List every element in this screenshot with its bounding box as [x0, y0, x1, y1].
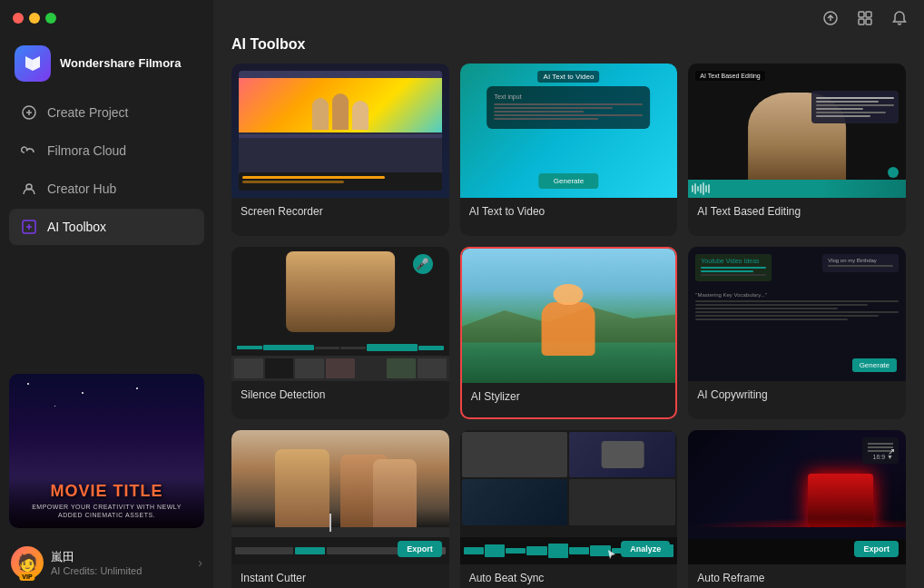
tool-card-ai-text-based-editing[interactable]: AI Text Based Editing: [688, 64, 906, 236]
tool-label-ai-text-to-video: AI Text to Video: [460, 198, 678, 225]
tools-grid: Screen Recorder AI Text to Video Text in…: [213, 64, 924, 588]
tool-thumb-instant-cutter: Export: [231, 430, 449, 564]
nav-menu: Create Project Filmora Cloud Creator Hub: [0, 94, 213, 245]
svg-rect-5: [866, 12, 871, 17]
sidebar-item-create-project[interactable]: Create Project: [9, 94, 204, 131]
tool-label-auto-beat-sync: Auto Beat Sync: [460, 564, 678, 588]
maximize-button[interactable]: [45, 13, 56, 24]
svg-rect-7: [866, 19, 871, 24]
app-logo-icon: [15, 45, 51, 82]
user-credits: AI Credits: Unlimited: [51, 565, 191, 576]
tool-thumb-auto-reframe: Auto Reframe 16:9 ▼ ↗: [688, 430, 906, 564]
tool-card-ai-text-to-video[interactable]: AI Text to Video Text input Generate AI …: [460, 64, 678, 236]
tool-thumb-ai-copywriting: Youtube Video Ideas Vlog on my Birthday …: [688, 247, 906, 381]
tool-card-silence-detection[interactable]: 🎤: [231, 247, 449, 419]
close-button[interactable]: [13, 13, 24, 24]
app-name: Wondershare Filmora: [60, 56, 181, 72]
tool-label-ai-copywriting: AI Copywriting: [688, 381, 906, 408]
sidebar: Wondershare Filmora Create Project Filmo…: [0, 0, 213, 588]
sidebar-item-ai-toolbox[interactable]: AI Toolbox: [9, 209, 204, 245]
app-logo: Wondershare Filmora: [0, 36, 213, 94]
tool-label-screen-recorder: Screen Recorder: [231, 198, 449, 225]
ai-toolbox-icon: [20, 218, 38, 236]
ai-toolbox-label: AI Toolbox: [47, 220, 106, 234]
analyze-button[interactable]: Analyze: [621, 541, 670, 557]
tool-thumb-ai-text-based-editing: AI Text Based Editing: [688, 64, 906, 198]
minimize-button[interactable]: [29, 13, 40, 24]
chevron-right-icon: ›: [198, 555, 202, 570]
tool-thumb-ai-text-to-video: AI Text to Video Text input Generate: [460, 64, 678, 198]
auto-reframe-export-button[interactable]: Export: [854, 541, 899, 557]
sidebar-item-filmora-cloud[interactable]: Filmora Cloud: [9, 132, 204, 169]
page-title: AI Toolbox: [213, 36, 924, 64]
tool-label-silence-detection: Silence Detection: [231, 381, 449, 408]
tool-card-ai-stylizer[interactable]: AI Stylizer: [460, 247, 678, 419]
promo-title: MOVIE TITLE: [16, 482, 197, 501]
filmora-cloud-icon: [20, 142, 38, 160]
top-bar: [213, 0, 924, 36]
tool-thumb-ai-stylizer: [462, 249, 676, 383]
user-name: 嵐田: [51, 549, 191, 565]
avatar: 🧑 VIP: [11, 546, 44, 579]
sidebar-item-creator-hub[interactable]: Creator Hub: [9, 171, 204, 207]
upload-icon[interactable]: [821, 8, 840, 28]
tool-label-auto-reframe: Auto Reframe: [688, 564, 906, 588]
tool-card-ai-copywriting[interactable]: Youtube Video Ideas Vlog on my Birthday …: [688, 247, 906, 419]
filmora-cloud-label: Filmora Cloud: [47, 143, 126, 158]
promo-subtitle: EMPOWER YOUR CREATIVITY WITH NEWLY ADDED…: [16, 501, 197, 521]
tool-label-ai-stylizer: AI Stylizer: [462, 383, 676, 410]
tool-card-instant-cutter[interactable]: Export Instant Cutter: [231, 430, 449, 588]
traffic-lights: [13, 13, 56, 24]
main-content: AI Toolbox: [213, 0, 924, 588]
tool-thumb-silence-detection: 🎤: [231, 247, 449, 381]
promo-content: MOVIE TITLE EMPOWER YOUR CREATIVITY WITH…: [9, 475, 204, 528]
tool-card-auto-beat-sync[interactable]: Analyze Auto Beat Sync: [460, 430, 678, 588]
svg-rect-4: [859, 12, 864, 17]
grid-icon[interactable]: [855, 8, 875, 28]
tool-thumb-screen-recorder: [231, 64, 449, 198]
vip-badge: VIP: [19, 573, 34, 581]
promo-image: MOVIE TITLE EMPOWER YOUR CREATIVITY WITH…: [9, 374, 204, 528]
user-profile[interactable]: 🧑 VIP 嵐田 AI Credits: Unlimited ›: [0, 537, 213, 588]
tool-thumb-auto-beat-sync: Analyze: [460, 430, 678, 564]
notification-icon[interactable]: [890, 8, 909, 28]
tool-label-ai-text-based-editing: AI Text Based Editing: [688, 198, 906, 225]
tool-label-instant-cutter: Instant Cutter: [231, 564, 449, 588]
promo-banner[interactable]: MOVIE TITLE EMPOWER YOUR CREATIVITY WITH…: [9, 374, 204, 528]
titlebar: [0, 0, 213, 36]
creator-hub-label: Creator Hub: [47, 181, 116, 196]
create-project-icon: [20, 103, 38, 122]
export-button[interactable]: Export: [398, 541, 442, 557]
creator-hub-icon: [20, 180, 38, 198]
svg-rect-6: [859, 19, 864, 24]
create-project-label: Create Project: [47, 105, 128, 120]
tool-card-auto-reframe[interactable]: Auto Reframe 16:9 ▼ ↗: [688, 430, 906, 588]
user-info: 嵐田 AI Credits: Unlimited: [51, 549, 191, 576]
tool-card-screen-recorder[interactable]: Screen Recorder: [231, 64, 449, 236]
